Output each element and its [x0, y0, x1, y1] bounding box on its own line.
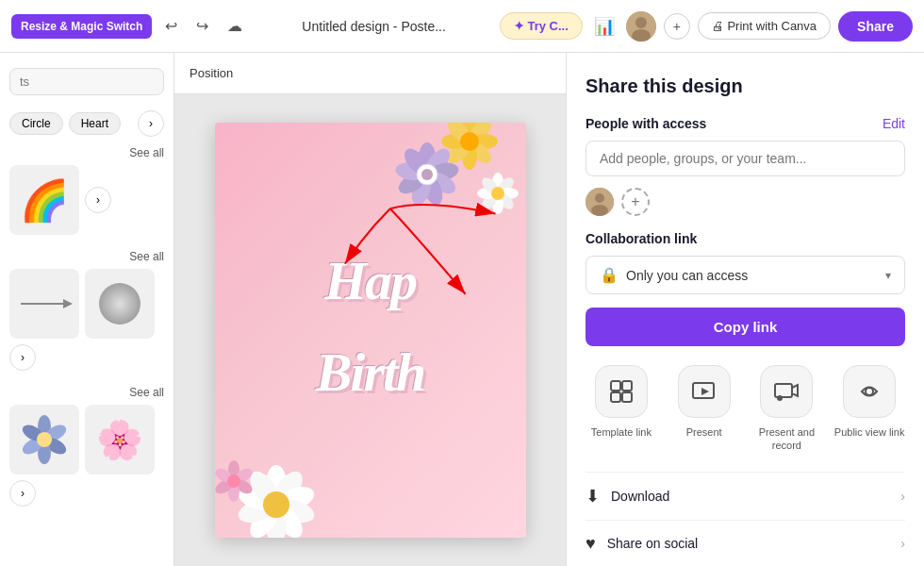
- share-social-action[interactable]: ♥ Share on social ›: [586, 520, 905, 566]
- avatar: [626, 11, 656, 42]
- present-label: Present: [686, 425, 722, 439]
- canvas-toolbar: Position: [174, 53, 566, 94]
- filter-heart[interactable]: Heart: [69, 112, 121, 135]
- try-canva-button[interactable]: ✦ Try C...: [500, 12, 583, 40]
- items-grid-1: 🌈 ›: [9, 165, 164, 235]
- collab-link-label: Collaboration link: [586, 231, 905, 246]
- svg-point-32: [421, 169, 433, 180]
- sidebar-item-line[interactable]: [9, 269, 79, 339]
- see-all-link-2[interactable]: See all: [9, 248, 164, 269]
- svg-rect-67: [622, 392, 632, 402]
- collab-access-row: +: [586, 188, 905, 216]
- svg-point-5: [99, 283, 140, 325]
- sidebar-search-area: [0, 60, 173, 103]
- svg-point-59: [227, 474, 240, 488]
- filter-row: Circle Heart ›: [0, 103, 173, 141]
- flowers-bottom: [215, 424, 338, 538]
- sidebar-section3-arrow[interactable]: ›: [9, 480, 36, 507]
- add-member-button[interactable]: +: [664, 13, 690, 40]
- add-people-input[interactable]: [586, 141, 905, 176]
- svg-point-52: [263, 491, 289, 518]
- download-icon: ⬇: [586, 486, 600, 507]
- svg-point-72: [777, 395, 783, 401]
- people-access-row: People with access Edit: [586, 116, 905, 131]
- svg-marker-71: [792, 385, 798, 396]
- share-icons-grid: Template link Present Present and record…: [586, 365, 905, 453]
- sidebar-item-flower-blue[interactable]: [9, 405, 79, 474]
- svg-rect-65: [622, 381, 632, 391]
- present-record-label: Present and record: [751, 425, 823, 453]
- share-social-label: Share on social: [607, 536, 901, 551]
- birthday-card: Hap Birth: [215, 123, 526, 538]
- search-input[interactable]: [9, 68, 164, 95]
- download-chevron-icon: ›: [900, 489, 905, 504]
- share-panel: Share this design People with access Edi…: [566, 53, 924, 566]
- document-title[interactable]: Untitled design - Poste...: [256, 19, 491, 34]
- edit-link[interactable]: Edit: [883, 116, 905, 131]
- share-panel-title: Share this design: [586, 75, 905, 97]
- svg-marker-69: [701, 388, 709, 395]
- svg-rect-66: [611, 392, 620, 402]
- undo-button[interactable]: ↩: [159, 11, 183, 41]
- sidebar-item-flower-pink[interactable]: 🌸: [85, 405, 155, 474]
- brand-label[interactable]: Resize & Magic Switch: [11, 14, 152, 39]
- present-icon: [678, 365, 731, 418]
- svg-point-62: [595, 193, 604, 203]
- public-view-label: Public view link: [834, 425, 905, 439]
- add-user-button[interactable]: +: [621, 188, 650, 216]
- canvas-body[interactable]: Hap Birth: [174, 94, 566, 566]
- share-social-chevron-icon: ›: [900, 536, 905, 551]
- items-grid-3: 🌸 ›: [9, 405, 164, 507]
- collab-dropdown-text: Only you can access: [626, 268, 878, 283]
- share-social-icon: ♥: [586, 534, 596, 554]
- redo-button[interactable]: ↪: [190, 11, 214, 41]
- sidebar-section-rainbow: See all 🌈 ›: [0, 141, 173, 244]
- see-all-link-3[interactable]: See all: [9, 384, 164, 405]
- topbar: Resize & Magic Switch ↩ ↪ ☁ Untitled des…: [0, 0, 924, 53]
- svg-point-12: [37, 432, 52, 447]
- share-icon-present-record[interactable]: Present and record: [751, 365, 823, 453]
- sidebar-section-arrow: See all ›: [0, 244, 173, 380]
- svg-point-1: [635, 17, 647, 28]
- svg-point-63: [591, 205, 608, 216]
- collab-dropdown[interactable]: 🔒 Only you can access ▾: [586, 256, 905, 294]
- filter-circle[interactable]: Circle: [9, 112, 63, 135]
- chevron-down-icon: ▾: [885, 269, 891, 282]
- svg-marker-4: [63, 299, 73, 308]
- download-action[interactable]: ⬇ Download ›: [586, 472, 905, 520]
- canvas-area: Position: [174, 53, 566, 566]
- share-button[interactable]: Share: [838, 11, 913, 42]
- card-text-birthday: Birth: [316, 341, 425, 404]
- public-view-icon: [843, 365, 896, 418]
- download-label: Download: [611, 489, 900, 504]
- svg-point-21: [460, 132, 479, 151]
- template-label: Template link: [591, 425, 652, 439]
- share-icon-present[interactable]: Present: [668, 365, 740, 453]
- position-label: Position: [190, 66, 233, 80]
- svg-rect-70: [775, 384, 792, 397]
- people-access-label: People with access: [586, 116, 706, 131]
- analytics-icon[interactable]: 📊: [590, 12, 619, 41]
- items-grid-2: ›: [9, 269, 164, 371]
- filter-next-arrow[interactable]: ›: [138, 110, 164, 137]
- see-all-link-1[interactable]: See all: [9, 144, 164, 165]
- svg-rect-64: [611, 381, 620, 391]
- print-with-canva-button[interactable]: 🖨 Print with Canva: [698, 12, 831, 40]
- sidebar-section2-arrow[interactable]: ›: [9, 344, 36, 371]
- user-avatar: [586, 188, 614, 216]
- main-layout: Circle Heart › See all 🌈 › See all: [0, 53, 924, 566]
- svg-point-41: [491, 187, 504, 200]
- sidebar-section-flowers: See all: [0, 380, 173, 516]
- lock-icon: 🔒: [600, 266, 619, 284]
- sidebar-section1-arrow[interactable]: ›: [85, 187, 111, 213]
- sidebar: Circle Heart › See all 🌈 › See all: [0, 53, 174, 566]
- sidebar-item-circle-gradient[interactable]: [85, 269, 155, 339]
- share-icon-public-view[interactable]: Public view link: [833, 365, 905, 453]
- template-icon: [595, 365, 648, 418]
- sidebar-item-rainbow[interactable]: 🌈: [9, 165, 79, 235]
- svg-point-73: [866, 388, 873, 395]
- share-icon-template[interactable]: Template link: [586, 365, 657, 453]
- present-record-icon: [760, 365, 813, 418]
- cloud-save-button[interactable]: ☁: [222, 11, 248, 41]
- copy-link-button[interactable]: Copy link: [586, 308, 905, 346]
